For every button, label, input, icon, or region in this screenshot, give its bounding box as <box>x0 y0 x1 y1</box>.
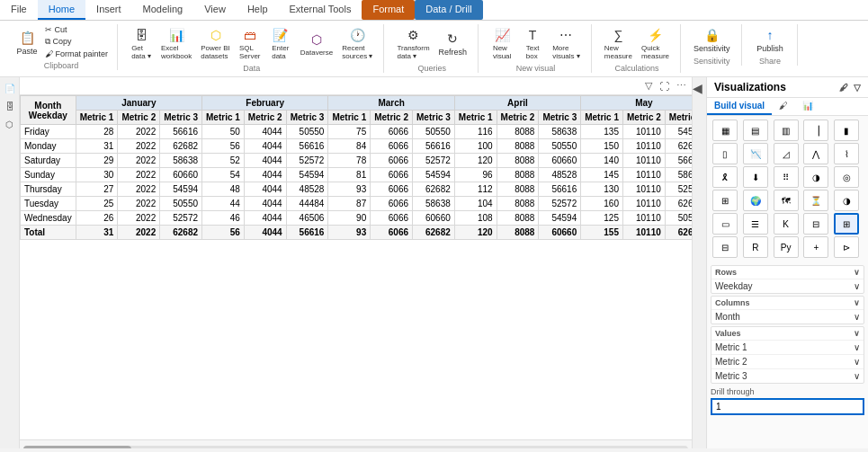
build-visual-tab[interactable]: Build visual <box>707 98 772 115</box>
columns-month-item[interactable]: Month ∨ <box>711 309 864 323</box>
vis-area[interactable]: ◿ <box>774 143 799 164</box>
clipboard-label: Clipboard <box>44 61 79 70</box>
sidebar-icon-model[interactable]: ⬡ <box>3 117 17 131</box>
vis-multi-row[interactable]: ☰ <box>743 213 768 235</box>
quick-measure-button[interactable]: ⚡ Quickmeasure <box>638 24 673 62</box>
tab-data-drill[interactable]: Data / Drill <box>415 0 482 20</box>
rows-chevron[interactable]: ∨ <box>854 268 860 277</box>
feb-metric3-cell: 54594 <box>286 168 328 182</box>
cut-button[interactable]: ✂ Cut <box>43 24 110 35</box>
powerbi-datasets-button[interactable]: ⬡ Power BIdatasets <box>197 24 233 62</box>
sidebar-icon-data[interactable]: 🗄 <box>3 99 17 113</box>
tab-format[interactable]: Format <box>362 0 415 20</box>
vis-map[interactable]: 🌍 <box>743 190 768 211</box>
vis-decomp[interactable]: ⊳ <box>834 236 859 258</box>
enter-data-button[interactable]: 📝 Enterdata <box>266 24 295 62</box>
values-metric1-chevron[interactable]: ∨ <box>854 342 860 352</box>
vis-line-col[interactable]: ⌇ <box>834 143 859 164</box>
values-metric3-item[interactable]: Metric 3 ∨ <box>711 368 864 383</box>
get-data-button[interactable]: 🗄 Getdata ▾ <box>127 24 156 62</box>
drill-through-input[interactable] <box>711 398 864 415</box>
values-chevron[interactable]: ∨ <box>854 329 860 338</box>
tab-view[interactable]: View <box>193 0 237 20</box>
apr-metric3-cell: 60660 <box>539 226 581 240</box>
tab-external-tools[interactable]: External Tools <box>279 0 362 20</box>
panel-format-tab[interactable]: 🖌 <box>839 83 848 93</box>
panel-filter-tab[interactable]: ▽ <box>854 83 861 93</box>
day-cell: Monday <box>21 139 76 154</box>
vis-ribbon[interactable]: 🎗 <box>712 166 738 188</box>
sql-server-button[interactable]: 🗃 SQLServer <box>236 24 264 62</box>
vis-stacked-area[interactable]: ⋀ <box>803 143 828 164</box>
text-box-button[interactable]: T Textbox <box>518 24 547 62</box>
sensitivity-button[interactable]: 🔒 Sensitivity <box>690 24 734 55</box>
publish-button[interactable]: ↑ Publish <box>753 24 787 55</box>
vis-slicer[interactable]: ⊟ <box>803 213 828 235</box>
values-metric1-item[interactable]: Metric 1 ∨ <box>711 340 864 354</box>
new-visual-button[interactable]: 📈 Newvisual <box>488 24 516 62</box>
sidebar-icon-report[interactable]: 📄 <box>3 81 17 95</box>
format-visual-tab[interactable]: 🖌 <box>772 98 795 115</box>
vis-pie[interactable]: ◑ <box>803 166 828 188</box>
vis-filled-map[interactable]: 🗺 <box>774 190 799 211</box>
vis-line[interactable]: 📉 <box>743 143 768 164</box>
filter-toolbar-btn[interactable]: ▽ <box>643 79 654 93</box>
vis-kpi[interactable]: K <box>774 213 799 235</box>
recent-sources-button[interactable]: 🕐 Recentsources ▾ <box>338 24 376 62</box>
format-painter-button[interactable]: 🖌 Format painter <box>43 49 110 59</box>
vis-r[interactable]: R <box>743 236 768 258</box>
columns-month-chevron[interactable]: ∨ <box>854 312 860 322</box>
data-table[interactable]: MonthWeekday January February March Apri… <box>20 95 692 439</box>
analytics-tab[interactable]: 📊 <box>795 98 820 115</box>
focus-toolbar-btn[interactable]: ⛶ <box>658 80 671 93</box>
vis-scatter[interactable]: ⠿ <box>774 166 799 188</box>
transform-icon: ⚙ <box>405 26 423 44</box>
vis-100-stacked-bar[interactable]: ▥ <box>774 120 799 141</box>
vis-card[interactable]: ▭ <box>712 213 738 235</box>
values-metric3-chevron[interactable]: ∨ <box>854 371 860 381</box>
excel-workbook-button[interactable]: 📊 Excelworkbook <box>157 24 195 62</box>
insert-label: New visual <box>516 64 556 73</box>
mar-metric3-cell: 56616 <box>413 139 455 154</box>
vis-donut[interactable]: ◎ <box>834 166 859 188</box>
vis-funnel[interactable]: ⏳ <box>803 190 828 211</box>
vis-bar-chart[interactable]: ▦ <box>712 120 738 141</box>
horizontal-scrollbar[interactable] <box>20 439 692 448</box>
tab-insert[interactable]: Insert <box>85 0 132 20</box>
vis-table[interactable]: ⊞ <box>834 213 859 235</box>
tab-help[interactable]: Help <box>237 0 279 20</box>
rows-weekday-chevron[interactable]: ∨ <box>854 281 860 291</box>
tab-home[interactable]: Home <box>38 0 85 20</box>
tab-file[interactable]: File <box>0 0 38 20</box>
vis-gauge[interactable]: ◑ <box>834 190 859 211</box>
vis-stacked-bar[interactable]: ▤ <box>743 120 768 141</box>
values-metric2-chevron[interactable]: ∨ <box>854 357 860 367</box>
tab-modeling[interactable]: Modeling <box>132 0 194 20</box>
values-metric2-item[interactable]: Metric 2 ∨ <box>711 354 864 368</box>
data-items: 🗄 Getdata ▾ 📊 Excelworkbook ⬡ Power BIda… <box>127 24 376 62</box>
may-m1: Metric 1 <box>581 111 623 125</box>
paste-button[interactable]: 📋 Paste <box>13 27 41 58</box>
vis-stacked-col[interactable]: ▮ <box>834 120 859 141</box>
panel-collapse-button[interactable]: ◀ <box>693 81 702 95</box>
vis-100-col[interactable]: ▯ <box>712 143 738 164</box>
rows-weekday-item[interactable]: Weekday ∨ <box>711 279 864 293</box>
feb-metric2-cell: 4044 <box>244 139 286 154</box>
mar-metric1-cell: 93 <box>328 226 371 240</box>
vis-matrix[interactable]: ⊟ <box>712 236 738 258</box>
transform-data-button[interactable]: ⚙ Transformdata ▾ <box>393 24 433 62</box>
new-measure-button[interactable]: ∑ Newmeasure <box>601 24 636 62</box>
vis-column[interactable]: ▕ <box>803 120 828 141</box>
more-toolbar-btn[interactable]: ⋯ <box>675 79 688 93</box>
calculations-items: ∑ Newmeasure ⚡ Quickmeasure <box>601 24 673 62</box>
vis-custom[interactable]: + <box>803 236 828 258</box>
mar-metric3-cell: 62682 <box>413 182 455 197</box>
more-visuals-button[interactable]: ⋯ Morevisuals ▾ <box>549 24 584 62</box>
vis-python[interactable]: Py <box>774 236 799 258</box>
vis-waterfall[interactable]: ⬇ <box>743 166 768 188</box>
copy-button[interactable]: ⧉ Copy <box>43 36 110 48</box>
columns-chevron[interactable]: ∨ <box>854 298 860 307</box>
refresh-button[interactable]: ↻ Refresh <box>435 28 471 58</box>
vis-treemap[interactable]: ⊞ <box>712 190 738 211</box>
dataverse-button[interactable]: ⬡ Dataverse <box>297 29 336 58</box>
